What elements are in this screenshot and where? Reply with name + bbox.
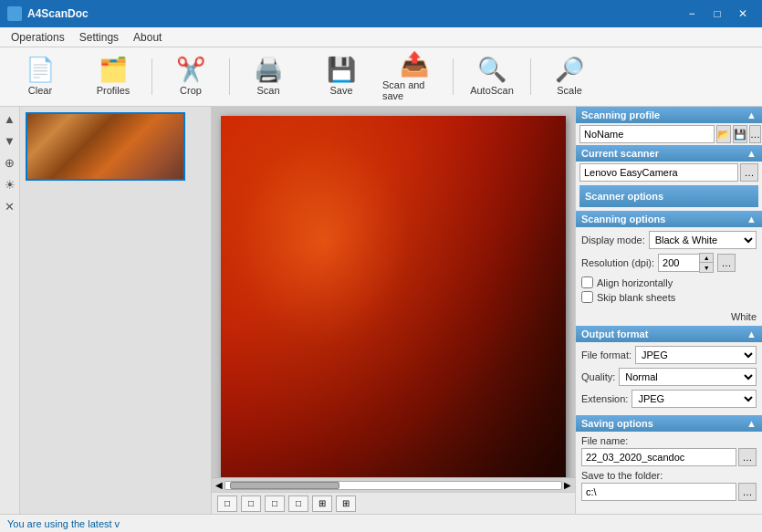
thumbnail-item[interactable]	[26, 112, 185, 181]
scale-label: Scale	[557, 85, 582, 96]
main-image[interactable]	[221, 116, 566, 477]
resolution-more-icon[interactable]: …	[717, 254, 736, 272]
align-horizontally-row: Align horizontally	[581, 276, 757, 288]
profiles-button[interactable]: 🗂️ Profiles	[77, 50, 150, 103]
display-mode-select[interactable]: Black & White Grayscale Color	[649, 231, 757, 249]
display-mode-label: Display mode:	[581, 235, 645, 245]
scanner-options-button[interactable]: Scanner options	[579, 185, 758, 207]
profile-more-icon[interactable]: …	[749, 125, 761, 143]
save-button[interactable]: 💾 Save	[305, 50, 378, 103]
save-folder-input[interactable]	[581, 483, 736, 501]
profile-load-icon[interactable]: 📂	[716, 125, 731, 143]
scanner-row: Lenovo EasyCamera …	[576, 162, 762, 183]
minimize-button[interactable]: −	[680, 5, 704, 23]
crop-label: Crop	[180, 85, 202, 96]
scan-label: Scan	[256, 85, 279, 96]
current-scanner-expand-icon[interactable]: ▲	[746, 148, 757, 159]
extension-label: Extension:	[581, 393, 628, 404]
toolbar-separator-4	[530, 58, 531, 95]
sidebar-up-icon[interactable]: ▲	[2, 110, 18, 127]
scroll-right-btn[interactable]: ▶	[564, 480, 571, 490]
scan-and-save-button[interactable]: 📤 Scan and save	[378, 50, 451, 103]
resolution-spinner: ▲ ▼	[658, 253, 714, 273]
sidebar-brightness-icon[interactable]: ☀	[2, 176, 18, 193]
scanning-options-title: Scanning options	[581, 214, 665, 224]
scroll-left-btn[interactable]: ◀	[215, 480, 223, 490]
sidebar-down-icon[interactable]: ▼	[2, 132, 18, 149]
scanner-label: Lenovo EasyCamera	[579, 163, 738, 182]
clear-icon: 📄	[26, 57, 55, 81]
saving-options-expand-icon[interactable]: ▲	[746, 418, 757, 429]
scanning-profile-header: Scanning profile ▲	[576, 107, 762, 123]
clear-button[interactable]: 📄 Clear	[4, 50, 77, 103]
footer-btn-2[interactable]: □	[241, 495, 261, 512]
save-folder-row: Save to the folder: …	[581, 470, 757, 501]
footer-btn-3[interactable]: □	[265, 495, 285, 512]
save-folder-label: Save to the folder:	[581, 470, 757, 481]
scanner-more-icon[interactable]: …	[740, 163, 758, 182]
scanning-options-header: Scanning options ▲	[576, 211, 762, 227]
quality-select[interactable]: Low Normal High Best	[619, 368, 757, 386]
extension-select[interactable]: JPEG JPG PNG TIFF	[632, 390, 757, 408]
scanning-profile-expand-icon[interactable]: ▲	[746, 110, 757, 120]
resolution-input[interactable]	[658, 254, 699, 272]
canvas-scroll[interactable]	[212, 107, 575, 477]
scrollbar-thumb[interactable]	[230, 482, 339, 489]
thumbnail-panel	[20, 107, 212, 514]
resolution-up-btn[interactable]: ▲	[700, 254, 713, 263]
maximize-button[interactable]: □	[705, 5, 729, 23]
right-panel: Scanning profile ▲ 📂 💾 … Current scanner…	[575, 107, 762, 514]
scanning-profile-input[interactable]	[579, 125, 715, 143]
crop-button[interactable]: ✂️ Crop	[154, 50, 227, 103]
menu-operations[interactable]: Operations	[4, 29, 72, 46]
app-title: A4ScanDoc	[27, 7, 680, 20]
footer-btn-4[interactable]: □	[288, 495, 308, 512]
align-horizontally-checkbox[interactable]	[581, 276, 593, 288]
toolbar-separator-3	[453, 58, 454, 95]
skip-blank-sheets-row: Skip blank sheets	[581, 291, 757, 303]
canvas-area: ◀ ▶ □ □ □ □ ⊞ ⊞	[212, 107, 575, 514]
file-name-more-icon[interactable]: …	[738, 448, 757, 466]
scan-button[interactable]: 🖨️ Scan	[232, 50, 305, 103]
menu-about[interactable]: About	[126, 29, 169, 46]
saving-options-header: Saving options ▲	[576, 415, 762, 432]
scanning-profile-title: Scanning profile	[581, 110, 660, 120]
file-format-select[interactable]: JPEG PNG TIFF PDF	[635, 346, 757, 364]
menu-settings[interactable]: Settings	[72, 29, 126, 46]
menubar: Operations Settings About	[0, 27, 762, 47]
sidebar-add-icon[interactable]: ⊕	[2, 154, 18, 171]
scanner-options-container: Scanner options	[576, 183, 762, 211]
output-format-expand-icon[interactable]: ▲	[746, 329, 757, 339]
toolbar-separator-1	[151, 58, 152, 95]
statusbar: You are using the latest v	[0, 514, 762, 532]
profile-save-icon[interactable]: 💾	[733, 125, 747, 143]
profiles-label: Profiles	[97, 85, 130, 96]
resolution-down-btn[interactable]: ▼	[700, 263, 713, 272]
skip-blank-sheets-checkbox[interactable]	[581, 291, 593, 303]
autoscan-label: AutoScan	[470, 85, 514, 96]
sidebar-close-icon[interactable]: ✕	[2, 198, 18, 214]
horizontal-scrollbar[interactable]: ◀ ▶	[212, 477, 575, 492]
resolution-label: Resolution (dpi):	[581, 257, 654, 268]
footer-btn-6[interactable]: ⊞	[336, 495, 356, 512]
footer-btn-1[interactable]: □	[217, 495, 237, 512]
file-format-label: File format:	[581, 349, 632, 360]
scrollbar-track[interactable]	[224, 481, 562, 490]
save-folder-browse-icon[interactable]: …	[738, 483, 757, 501]
toolbar-separator-2	[229, 58, 230, 95]
white-label-container: White	[576, 309, 762, 326]
scanning-profile-row: 📂 💾 …	[576, 123, 762, 145]
scale-button[interactable]: 🔎 Scale	[533, 50, 606, 103]
autoscan-button[interactable]: 🔍 AutoScan	[455, 50, 528, 103]
saving-options-body: File name: … Save to the folder: …	[576, 432, 762, 508]
crop-icon: ✂️	[176, 57, 205, 81]
current-scanner-header: Current scanner ▲	[576, 145, 762, 162]
file-name-input[interactable]	[581, 448, 736, 466]
scanning-options-expand-icon[interactable]: ▲	[746, 214, 757, 224]
quality-label: Quality:	[581, 371, 615, 382]
scanning-options-body: Display mode: Black & White Grayscale Co…	[576, 227, 762, 309]
footer-btn-5[interactable]: ⊞	[312, 495, 332, 512]
close-button[interactable]: ✕	[731, 5, 755, 23]
left-sidebar: ▲ ▼ ⊕ ☀ ✕	[0, 107, 20, 514]
current-scanner-title: Current scanner	[581, 148, 659, 159]
